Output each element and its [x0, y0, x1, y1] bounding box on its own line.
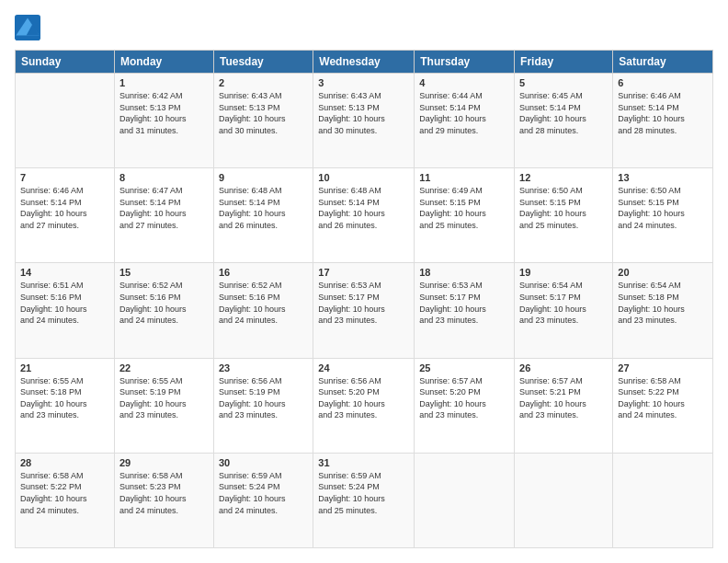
day-number: 7	[20, 172, 109, 183]
day-info: Sunrise: 6:58 AM Sunset: 5:22 PM Dayligh…	[618, 375, 708, 421]
day-info: Sunrise: 6:59 AM Sunset: 5:24 PM Dayligh…	[318, 470, 409, 516]
day-info: Sunrise: 6:50 AM Sunset: 5:15 PM Dayligh…	[618, 185, 708, 231]
day-info: Sunrise: 6:54 AM Sunset: 5:17 PM Dayligh…	[519, 280, 608, 326]
calendar-cell: 10Sunrise: 6:48 AM Sunset: 5:14 PM Dayli…	[313, 168, 415, 263]
day-info: Sunrise: 6:43 AM Sunset: 5:13 PM Dayligh…	[219, 90, 308, 136]
weekday-header-sunday: Sunday	[16, 51, 115, 74]
calendar-cell: 14Sunrise: 6:51 AM Sunset: 5:16 PM Dayli…	[16, 263, 115, 358]
day-info: Sunrise: 6:51 AM Sunset: 5:16 PM Dayligh…	[20, 280, 109, 326]
logo-icon	[15, 15, 40, 40]
calendar-cell	[415, 453, 515, 547]
calendar-cell: 5Sunrise: 6:45 AM Sunset: 5:14 PM Daylig…	[515, 74, 613, 168]
day-info: Sunrise: 6:46 AM Sunset: 5:14 PM Dayligh…	[618, 90, 708, 136]
day-info: Sunrise: 6:58 AM Sunset: 5:23 PM Dayligh…	[119, 470, 209, 516]
day-number: 28	[20, 457, 109, 468]
calendar-cell: 24Sunrise: 6:56 AM Sunset: 5:20 PM Dayli…	[313, 358, 415, 453]
day-info: Sunrise: 6:47 AM Sunset: 5:14 PM Dayligh…	[119, 185, 209, 231]
calendar-cell: 2Sunrise: 6:43 AM Sunset: 5:13 PM Daylig…	[213, 74, 313, 168]
day-number: 30	[219, 457, 308, 468]
calendar-cell: 26Sunrise: 6:57 AM Sunset: 5:21 PM Dayli…	[515, 358, 613, 453]
day-info: Sunrise: 6:59 AM Sunset: 5:24 PM Dayligh…	[219, 470, 308, 516]
calendar-cell: 8Sunrise: 6:47 AM Sunset: 5:14 PM Daylig…	[114, 168, 213, 263]
day-info: Sunrise: 6:48 AM Sunset: 5:14 PM Dayligh…	[219, 185, 308, 231]
day-info: Sunrise: 6:46 AM Sunset: 5:14 PM Dayligh…	[20, 185, 109, 231]
day-number: 21	[20, 362, 109, 373]
weekday-header-monday: Monday	[114, 51, 213, 74]
day-info: Sunrise: 6:52 AM Sunset: 5:16 PM Dayligh…	[119, 280, 209, 326]
day-number: 10	[318, 172, 409, 183]
calendar-cell: 30Sunrise: 6:59 AM Sunset: 5:24 PM Dayli…	[213, 453, 313, 547]
day-number: 29	[119, 457, 209, 468]
calendar-cell: 12Sunrise: 6:50 AM Sunset: 5:15 PM Dayli…	[515, 168, 613, 263]
calendar-cell: 11Sunrise: 6:49 AM Sunset: 5:15 PM Dayli…	[415, 168, 515, 263]
calendar-cell: 16Sunrise: 6:52 AM Sunset: 5:16 PM Dayli…	[213, 263, 313, 358]
calendar-cell: 22Sunrise: 6:55 AM Sunset: 5:19 PM Dayli…	[114, 358, 213, 453]
calendar-cell: 31Sunrise: 6:59 AM Sunset: 5:24 PM Dayli…	[313, 453, 415, 547]
day-number: 1	[119, 77, 209, 88]
day-info: Sunrise: 6:52 AM Sunset: 5:16 PM Dayligh…	[219, 280, 308, 326]
calendar-cell	[16, 74, 115, 168]
calendar-table: SundayMondayTuesdayWednesdayThursdayFrid…	[15, 50, 713, 548]
day-info: Sunrise: 6:55 AM Sunset: 5:18 PM Dayligh…	[20, 375, 109, 421]
calendar-cell: 29Sunrise: 6:58 AM Sunset: 5:23 PM Dayli…	[114, 453, 213, 547]
day-number: 5	[519, 77, 608, 88]
weekday-header-saturday: Saturday	[613, 51, 713, 74]
calendar-cell: 27Sunrise: 6:58 AM Sunset: 5:22 PM Dayli…	[613, 358, 713, 453]
day-number: 24	[318, 362, 409, 373]
calendar-cell: 21Sunrise: 6:55 AM Sunset: 5:18 PM Dayli…	[16, 358, 115, 453]
logo	[15, 15, 44, 40]
day-info: Sunrise: 6:53 AM Sunset: 5:17 PM Dayligh…	[318, 280, 409, 326]
day-info: Sunrise: 6:42 AM Sunset: 5:13 PM Dayligh…	[119, 90, 209, 136]
week-row-3: 14Sunrise: 6:51 AM Sunset: 5:16 PM Dayli…	[16, 263, 713, 358]
calendar-cell	[515, 453, 613, 547]
week-row-1: 1Sunrise: 6:42 AM Sunset: 5:13 PM Daylig…	[16, 74, 713, 168]
day-number: 27	[618, 362, 708, 373]
day-number: 11	[419, 172, 509, 183]
day-info: Sunrise: 6:53 AM Sunset: 5:17 PM Dayligh…	[419, 280, 509, 326]
week-row-4: 21Sunrise: 6:55 AM Sunset: 5:18 PM Dayli…	[16, 358, 713, 453]
day-info: Sunrise: 6:57 AM Sunset: 5:20 PM Dayligh…	[419, 375, 509, 421]
page: SundayMondayTuesdayWednesdayThursdayFrid…	[0, 0, 728, 563]
calendar-cell: 18Sunrise: 6:53 AM Sunset: 5:17 PM Dayli…	[415, 263, 515, 358]
day-number: 23	[219, 362, 308, 373]
day-number: 16	[219, 267, 308, 278]
day-number: 2	[219, 77, 308, 88]
day-number: 8	[119, 172, 209, 183]
day-number: 14	[20, 267, 109, 278]
calendar-cell: 3Sunrise: 6:43 AM Sunset: 5:13 PM Daylig…	[313, 74, 415, 168]
calendar-cell: 20Sunrise: 6:54 AM Sunset: 5:18 PM Dayli…	[613, 263, 713, 358]
day-info: Sunrise: 6:45 AM Sunset: 5:14 PM Dayligh…	[519, 90, 608, 136]
week-row-5: 28Sunrise: 6:58 AM Sunset: 5:22 PM Dayli…	[16, 453, 713, 547]
day-info: Sunrise: 6:44 AM Sunset: 5:14 PM Dayligh…	[419, 90, 509, 136]
day-number: 26	[519, 362, 608, 373]
day-info: Sunrise: 6:56 AM Sunset: 5:19 PM Dayligh…	[219, 375, 308, 421]
day-number: 22	[119, 362, 209, 373]
calendar-cell: 9Sunrise: 6:48 AM Sunset: 5:14 PM Daylig…	[213, 168, 313, 263]
week-row-2: 7Sunrise: 6:46 AM Sunset: 5:14 PM Daylig…	[16, 168, 713, 263]
day-number: 19	[519, 267, 608, 278]
day-number: 17	[318, 267, 409, 278]
calendar-cell: 28Sunrise: 6:58 AM Sunset: 5:22 PM Dayli…	[16, 453, 115, 547]
day-info: Sunrise: 6:49 AM Sunset: 5:15 PM Dayligh…	[419, 185, 509, 231]
weekday-row: SundayMondayTuesdayWednesdayThursdayFrid…	[16, 51, 713, 74]
day-number: 31	[318, 457, 409, 468]
day-info: Sunrise: 6:43 AM Sunset: 5:13 PM Dayligh…	[318, 90, 409, 136]
weekday-header-tuesday: Tuesday	[213, 51, 313, 74]
day-number: 4	[419, 77, 509, 88]
calendar-cell: 13Sunrise: 6:50 AM Sunset: 5:15 PM Dayli…	[613, 168, 713, 263]
day-number: 13	[618, 172, 708, 183]
calendar-cell: 19Sunrise: 6:54 AM Sunset: 5:17 PM Dayli…	[515, 263, 613, 358]
calendar-cell: 17Sunrise: 6:53 AM Sunset: 5:17 PM Dayli…	[313, 263, 415, 358]
day-info: Sunrise: 6:57 AM Sunset: 5:21 PM Dayligh…	[519, 375, 608, 421]
day-number: 15	[119, 267, 209, 278]
calendar-cell: 6Sunrise: 6:46 AM Sunset: 5:14 PM Daylig…	[613, 74, 713, 168]
calendar-body: 1Sunrise: 6:42 AM Sunset: 5:13 PM Daylig…	[16, 74, 713, 548]
day-number: 9	[219, 172, 308, 183]
weekday-header-friday: Friday	[515, 51, 613, 74]
day-info: Sunrise: 6:55 AM Sunset: 5:19 PM Dayligh…	[119, 375, 209, 421]
day-number: 25	[419, 362, 509, 373]
day-number: 20	[618, 267, 708, 278]
calendar-header: SundayMondayTuesdayWednesdayThursdayFrid…	[16, 51, 713, 74]
calendar-cell: 15Sunrise: 6:52 AM Sunset: 5:16 PM Dayli…	[114, 263, 213, 358]
calendar-cell: 1Sunrise: 6:42 AM Sunset: 5:13 PM Daylig…	[114, 74, 213, 168]
